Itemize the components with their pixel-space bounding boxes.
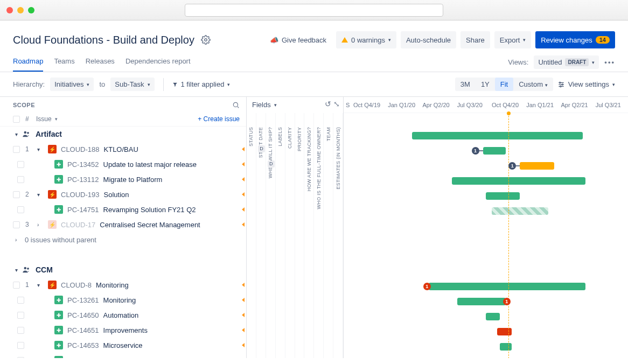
gantt-bar[interactable] [483, 147, 506, 155]
view-selector[interactable]: Untitled DRAFT ▾ [534, 55, 599, 69]
dependency-badge[interactable]: 1 [503, 298, 511, 305]
timerange-fit[interactable]: Fit [495, 78, 513, 91]
row-checkbox[interactable] [17, 342, 24, 349]
share-button[interactable]: Share [460, 31, 490, 48]
gear-icon[interactable] [201, 35, 211, 45]
issue-row[interactable]: ✚ PC-14651 Improvements [0, 323, 246, 338]
issue-row[interactable]: ✚ PC-14650 Automation [0, 307, 246, 323]
row-checkbox[interactable] [17, 176, 24, 183]
issues-without-parent[interactable]: › 0 issues without parent [0, 232, 246, 247]
row-checkbox[interactable] [17, 312, 24, 319]
gantt-bar[interactable] [520, 162, 554, 170]
issue-row[interactable]: ✚ PC-13452 Update to latest major releas… [0, 157, 246, 172]
chevron-icon[interactable]: ▾ [37, 146, 44, 152]
row-checkbox[interactable] [13, 146, 20, 153]
dependency-badge[interactable]: 1 [472, 147, 479, 155]
issue-key[interactable]: PC-13112 [67, 176, 99, 184]
hierarchy-from-select[interactable]: Initiatives ▾ [50, 78, 94, 91]
group-header[interactable]: ▾ CCM [0, 262, 246, 277]
undo-icon[interactable]: ↺ [325, 100, 331, 108]
more-menu-icon[interactable]: ••• [604, 58, 615, 66]
tab-dependencies-report[interactable]: Dependencies report [125, 53, 191, 72]
issue-row[interactable]: ✚ PC-14655 Sync data [0, 353, 246, 358]
issue-key[interactable]: PC-14651 [67, 326, 99, 334]
gantt-bar[interactable] [457, 298, 506, 305]
group-header[interactable]: ▾ Artifact [0, 127, 246, 142]
issue-column-header[interactable]: Issue ▾ [36, 115, 58, 123]
dependency-badge[interactable]: 1 [508, 162, 516, 170]
issue-key[interactable]: CLOUD-193 [61, 191, 100, 199]
collapse-icon[interactable]: ⤡ [333, 100, 340, 108]
tab-teams[interactable]: Teams [54, 53, 74, 72]
issue-key[interactable]: CLOUD-17 [61, 221, 95, 229]
row-checkbox[interactable] [13, 221, 20, 228]
create-issue-button[interactable]: + Create issue [198, 115, 240, 123]
chevron-down-icon[interactable]: ▾ [15, 131, 22, 137]
review-changes-button[interactable]: Review changes 14 [535, 31, 615, 48]
issue-row[interactable]: 2 ▾ ⚡ CLOUD-193 Solution [0, 187, 246, 202]
issue-row[interactable]: ✚ PC-13112 Migrate to Platform [0, 172, 246, 187]
row-checkbox[interactable] [17, 161, 24, 168]
view-settings-button[interactable]: View settings ▾ [557, 80, 615, 88]
issue-row[interactable]: ✚ PC-14751 Revamping Solution FY21 Q2 [0, 202, 246, 217]
row-checkbox[interactable] [17, 357, 24, 359]
field-column[interactable]: TEAM [324, 113, 333, 358]
issue-key[interactable]: CLOUD-188 [61, 145, 100, 153]
timerange-3m[interactable]: 3M [455, 78, 476, 91]
hierarchy-to-select[interactable]: Sub-Task ▾ [110, 78, 154, 91]
filters-applied-button[interactable]: 1 filter applied ▾ [172, 80, 231, 88]
field-column[interactable]: ESTIMATES (IN MONTHS) [333, 113, 343, 358]
gantt-bar[interactable] [452, 177, 585, 185]
row-checkbox[interactable] [17, 206, 24, 213]
tab-roadmap[interactable]: Roadmap [13, 53, 43, 72]
field-column[interactable]: HOW ARE WE TRACKING? [304, 113, 314, 358]
row-checkbox[interactable] [13, 191, 20, 198]
issue-key[interactable]: PC-13452 [67, 160, 99, 169]
row-checkbox[interactable] [17, 327, 24, 334]
select-all-checkbox[interactable] [13, 116, 20, 123]
issue-row[interactable]: 1 ▾ ⚡ CLOUD-8 Monitoring [0, 277, 246, 292]
issue-row[interactable]: ✚ PC-13261 Monitoring [0, 292, 246, 307]
gantt-bar[interactable] [497, 328, 511, 335]
export-button[interactable]: Export ▾ [494, 31, 532, 48]
auto-schedule-button[interactable]: Auto-schedule [401, 31, 456, 48]
issue-key[interactable]: PC-14650 [67, 311, 99, 319]
issue-key[interactable]: PC-14751 [67, 206, 99, 214]
field-column[interactable]: CLARITY [285, 113, 295, 358]
gantt-bar[interactable] [492, 207, 549, 215]
field-column[interactable]: LABELS [276, 113, 285, 358]
window-zoom[interactable] [28, 7, 34, 13]
issue-row[interactable]: ✚ PC-14653 Microservice [0, 338, 246, 353]
dependency-badge[interactable]: 1 [423, 283, 431, 290]
browser-address-bar[interactable] [185, 4, 443, 17]
row-checkbox[interactable] [13, 282, 20, 289]
window-close[interactable] [6, 7, 13, 13]
issue-row[interactable]: 3 › ⚡ CLOUD-17 Centralised Secret Manage… [0, 217, 246, 232]
issue-key[interactable]: PC-13261 [67, 296, 99, 304]
field-column[interactable]: STATUS [247, 113, 256, 358]
gantt-bar[interactable] [429, 283, 585, 290]
gantt-bar[interactable] [500, 343, 511, 351]
timerange-custom[interactable]: Custom ▾ [513, 78, 553, 91]
give-feedback-button[interactable]: 📣 Give feedback [264, 31, 332, 48]
field-column[interactable]: WHEN WILL IT SHIP?D [266, 113, 276, 358]
tab-releases[interactable]: Releases [86, 53, 115, 72]
window-minimize[interactable] [17, 7, 24, 13]
chevron-icon[interactable]: ▾ [37, 192, 44, 198]
chevron-right-icon[interactable]: › [15, 237, 22, 243]
chevron-icon[interactable]: › [37, 222, 44, 228]
issue-row[interactable]: 1 ▾ ⚡ CLOUD-188 KTLO/BAU [0, 142, 246, 157]
issue-key[interactable]: PC-14655 [67, 356, 99, 359]
issue-key[interactable]: CLOUD-8 [61, 281, 92, 289]
chevron-icon[interactable]: ▾ [37, 282, 44, 288]
field-column[interactable]: WHO IS THE FULL-TIME OWNER? [314, 113, 324, 358]
timerange-1y[interactable]: 1Y [476, 78, 495, 91]
warnings-button[interactable]: 0 warnings ▾ [336, 31, 396, 48]
search-icon[interactable] [232, 101, 240, 109]
field-column[interactable]: START DATED [256, 113, 266, 358]
field-column[interactable]: PRIORITY [295, 113, 305, 358]
gantt-bar[interactable] [486, 192, 520, 200]
row-checkbox[interactable] [17, 297, 24, 304]
gantt-bar[interactable] [412, 132, 583, 139]
issue-key[interactable]: PC-14653 [67, 341, 99, 349]
